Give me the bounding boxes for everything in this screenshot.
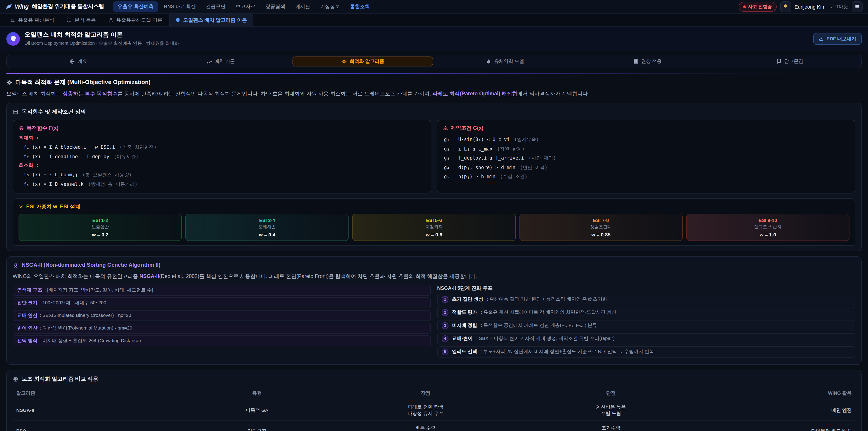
esi-range: ESI 1-2 (22, 218, 179, 223)
page-subtitle: Oil Boom Deployment Optimization · 유출유 확… (24, 40, 179, 47)
step-label: 비지배 정렬 (452, 322, 477, 329)
section-tab-field-application[interactable]: 현장 적용 (577, 57, 717, 66)
pdf-button-label: PDF 내보내기 (827, 35, 856, 42)
section-tab-overview[interactable]: 개요 (8, 57, 149, 66)
table-header-row: 알고리즘 유형 장점 단점 WING 활용 (13, 387, 855, 400)
cell-pros: 파레토 전면 탐색 다양성 유지 우수 (333, 400, 518, 421)
tab-label: 유출유 확산분석 (18, 17, 54, 23)
panel-title-text: 목적함수 F(x) (27, 125, 59, 132)
gear-icon (6, 79, 12, 85)
tab-spill-model-theory[interactable]: 유출유확산모델 이론 (103, 13, 168, 26)
esi-range: ESI 9-10 (689, 218, 846, 223)
nav-item-reports[interactable]: 보고자료 (231, 1, 260, 12)
main-menu: 유출유 확산예측 HNS·대기확산 긴급구난 보고자료 항공탐색 게시판 기상정… (113, 1, 374, 12)
nav-item-emergency-rescue[interactable]: 긴급구난 (201, 1, 230, 12)
gradient-divider (6, 73, 862, 74)
formula-line: g₃ : T_deploy,i ≤ T_arrive,i(시간 제약) (443, 153, 849, 163)
step-number-badge: 1 (442, 296, 448, 303)
column-header-cons: 단점 (518, 387, 704, 400)
formula: f₁ (x) = Σ A_blocked,i · w_ESI,i (24, 145, 115, 150)
esi-range: ESI 7-8 (522, 218, 679, 223)
formula: f₄ (x) = Σ D_vessel,k (24, 181, 84, 187)
section-tab-label: 최적화 알고리즘 (350, 58, 384, 65)
target-icon (19, 126, 24, 131)
section-tab-optimization-algorithm[interactable]: 최적화 알고리즘 (293, 57, 433, 66)
esi-cell: ESI 7-8 갯벌조간대 w = 0.85 (519, 214, 682, 241)
nav-item-aerial-search[interactable]: 항공탐색 (261, 1, 290, 12)
cell-pros: 빠른 수렴 구현 단순 (333, 421, 518, 431)
nav-item-integrated-view[interactable]: 통합조회 (345, 1, 374, 12)
formula: g₂ : Σ Lⱼ ≤ L_max (444, 146, 493, 151)
formula-line: f₁ (x) = Σ A_blocked,i · w_ESI,i(가중 차단면적… (19, 143, 425, 152)
shield-icon (176, 18, 180, 23)
cell-cons: 조기수렴 다목적 취약 (518, 421, 704, 431)
bell-icon (782, 4, 788, 9)
intro-text: 오일펜스 배치 최적화는 (6, 91, 63, 96)
nav-item-board[interactable]: 게시판 (291, 1, 315, 12)
top-navigation: Wing 해양환경 위기대응 통합시스템 유출유 확산예측 HNS·대기확산 긴… (0, 0, 868, 13)
nsga-loop-column: NSGA-II 5단계 진화 루프 1초기 집단 생성: 확산예측 결과 기반 … (437, 284, 855, 359)
tab-analysis-list[interactable]: 분석 목록 (61, 13, 102, 26)
step-row: 5엘리트 선택: 부모+자식 2N 집단에서 비지배 정렬+혼잡도 기준으로 N… (437, 346, 855, 357)
formula-note: (여유시간) (114, 154, 138, 159)
step-label: 초기 집단 생성 (452, 296, 483, 302)
panel-title: 목적함수 F(x) (19, 125, 425, 132)
esi-title: ESI 가중치 w_ESI 설계 (19, 204, 849, 210)
objective-formulas: 최대화 : f₁ (x) = Σ A_blocked,i · w_ESI,i(가… (19, 135, 425, 189)
menu-button[interactable] (852, 1, 863, 12)
comparison-table: 알고리즘 유형 장점 단점 WING 활용 NSGA-II 다목적 GA 파레토… (13, 387, 855, 431)
formula-note: (연안 이격) (520, 164, 548, 170)
cell-type: 입자군집 (181, 421, 333, 431)
nsga-columns: 염색체 구조: [배치지점 좌표, 방향각도, 길이, 형태, 세그먼트 수] … (13, 284, 855, 359)
formula-line: f₂ (x) = T_deadline - T_deploy(여유시간) (19, 152, 425, 161)
section-tab-deployment-theory[interactable]: 배치 이론 (150, 57, 291, 66)
section-tab-label: 현장 적용 (641, 58, 662, 65)
section-heading: 다목적 최적화 문제 (Multi-Objective Optimization… (6, 78, 862, 86)
param-row: 교배 연산: SBX(Simulated Binary Crossover) ·… (13, 310, 431, 321)
nav-item-weather[interactable]: 기상정보 (315, 1, 344, 12)
tab-boom-algorithm-theory[interactable]: 오일펜스 배치 알고리즘 이론 (169, 13, 253, 26)
step-description: : 유출유 확산 시뮬레이터로 각 배치안의 차단면적·도달시간 계산 (481, 309, 616, 315)
nsga-intro-text: WING의 오일펜스 배치 최적화는 다목적 유전알고리즘 (13, 274, 140, 279)
shield-icon (10, 35, 17, 42)
pdf-export-button[interactable]: PDF 내보내기 (813, 33, 862, 44)
formula: g₅ : h(pⱼ) ≥ h_min (444, 174, 495, 179)
minimize-label: 최소화 : (19, 162, 425, 169)
logo-text: Wing (15, 3, 29, 10)
step-number-badge: 3 (442, 322, 448, 329)
step-row: 2적합도 평가: 유출유 확산 시뮬레이터로 각 배치안의 차단면적·도달시간 … (437, 307, 855, 318)
constraints-panel: 제약조건 G(x) g₁ : U·sin(θᵢ) ≤ U_c ∀i(임계유속) … (437, 120, 855, 194)
section-tab-hydrodynamics[interactable]: 유체역학 모델 (435, 57, 575, 66)
formula-line: f₄ (x) = Σ D_vessel,k(방제정 총 이동거리) (19, 180, 425, 189)
nav-item-hns-diffusion[interactable]: HNS·대기확산 (159, 1, 200, 12)
logout-button[interactable]: 로그아웃 (829, 3, 848, 10)
formula-note: (수심 조건) (500, 174, 528, 179)
esi-name: 노출암반 (22, 224, 179, 230)
column-header-algorithm: 알고리즘 (13, 387, 181, 400)
esi-cell: ESI 3-4 모래해변 w = 0.4 (185, 214, 348, 241)
formula-line: g₁ : U·sin(θᵢ) ≤ U_c ∀i(임계유속) (443, 135, 849, 144)
esi-range: ESI 3-4 (188, 218, 345, 223)
notifications-button[interactable] (780, 1, 791, 12)
app-logo[interactable]: Wing 해양환경 위기대응 통합시스템 (5, 3, 104, 10)
section-tab-references[interactable]: 참고문헌 (719, 57, 860, 66)
table-row: NSGA-II 다목적 GA 파레토 전면 탐색 다양성 유지 우수 계산비용 … (13, 400, 855, 421)
cell-type: 다목적 GA (181, 400, 333, 421)
formula-note: (시간 제약) (528, 155, 556, 161)
chart-icon (10, 18, 16, 22)
param-row: 변이 연산: 다항식 변이(Polynomial Mutation) · ηm=… (13, 322, 431, 333)
formula: g₁ : U·sin(θᵢ) ≤ U_c ∀i (444, 137, 510, 142)
section-tab-label: 유체역학 모델 (494, 58, 524, 65)
formula: f₃ (x) = Σ L_boom,j (24, 172, 78, 177)
page-title: 오일펜스 배치 최적화 알고리즘 이론 (24, 31, 179, 39)
param-label: 염색체 구조 (17, 287, 42, 293)
wing-logo-icon (5, 3, 13, 10)
algorithm-comparison-card: 보조 최적화 알고리즘 비교 적용 알고리즘 유형 장점 단점 WING 활용 … (6, 370, 862, 431)
incident-status-badge[interactable]: 사고 진행중 (739, 2, 776, 11)
tab-spill-analysis[interactable]: 유출유 확산분석 (4, 13, 60, 26)
formula: g₄ : d(pⱼ, shore) ≥ d_min (444, 164, 515, 170)
nav-item-spill-prediction[interactable]: 유출유 확산예측 (113, 1, 158, 12)
cell-wing-usage: 메인 엔진 (704, 400, 855, 421)
globe-icon (70, 59, 75, 64)
param-label: 선택 방식 (17, 337, 37, 344)
